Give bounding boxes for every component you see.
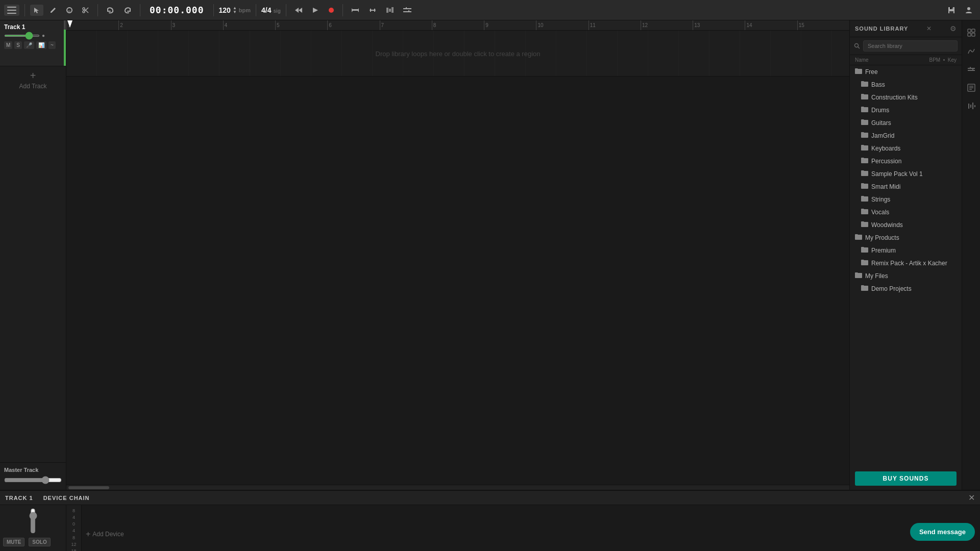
library-item[interactable]: Construction Kits — [850, 91, 962, 104]
add-device-label: Add Device — [92, 531, 124, 538]
library-item[interactable]: Drums — [850, 104, 962, 116]
track-1-eq-btn[interactable]: 📊 — [36, 41, 46, 49]
library-item[interactable]: Free — [850, 65, 962, 78]
library-item-name: Sample Pack Vol 1 — [871, 170, 923, 178]
arrange-scrollbar[interactable] — [66, 485, 849, 490]
menu-button[interactable] — [4, 5, 19, 16]
bottom-close-button[interactable]: ✕ — [968, 493, 975, 503]
scissors-tool-button[interactable] — [79, 5, 92, 16]
library-item[interactable]: Demo Projects — [850, 282, 962, 295]
track-1-level-bar — [64, 20, 66, 66]
svg-rect-35 — [972, 33, 975, 36]
svg-rect-36 — [968, 68, 975, 69]
library-item[interactable]: Guitars — [850, 116, 962, 129]
loop-button[interactable] — [348, 5, 362, 16]
ruler-mark-3: 3 — [171, 20, 223, 31]
track1-mute-button[interactable]: MUTE — [3, 538, 24, 546]
track-1-record-arm-btn[interactable]: 🎤 — [24, 41, 34, 49]
timeline-ruler[interactable]: 123456789101112131415 — [66, 20, 849, 31]
svg-rect-44 — [968, 104, 969, 109]
toolbar: ∞ 00:00.000 120 ▲ ▼ bpm 4/4 — [0, 0, 980, 20]
right-icon-3[interactable] — [963, 61, 979, 78]
separator-2 — [97, 4, 98, 16]
toolbar-right — [944, 4, 976, 16]
quantize-button[interactable] — [383, 5, 397, 16]
library-search — [850, 37, 962, 55]
device-chain-area[interactable]: + Add Device — [82, 505, 980, 551]
library-settings-button[interactable]: ⚙ — [950, 24, 957, 33]
track1-volume-fader[interactable] — [0, 508, 66, 534]
library-item[interactable]: Woodwinds — [850, 218, 962, 231]
undo-button[interactable] — [103, 5, 117, 16]
library-item[interactable]: My Files — [850, 269, 962, 282]
folder-icon — [861, 93, 868, 101]
library-item[interactable]: Sample Pack Vol 1 — [850, 167, 962, 180]
redo-button[interactable] — [120, 5, 135, 16]
library-item-name: Guitars — [871, 119, 891, 127]
sig-value: 4/4 — [261, 6, 271, 14]
svg-rect-19 — [386, 8, 388, 13]
send-message-button[interactable]: Send message — [910, 523, 975, 541]
play-button[interactable] — [309, 5, 322, 16]
master-track-volume[interactable] — [4, 476, 62, 484]
track-1-auto-btn[interactable]: ~ — [48, 41, 56, 49]
rewind-button[interactable] — [291, 5, 306, 16]
loop-tool-button[interactable]: ∞ — [63, 5, 76, 16]
levels-panel: 8 4 0 4 8 12 18 24 — [66, 505, 82, 551]
library-item[interactable]: Vocals — [850, 206, 962, 218]
snap-button[interactable] — [365, 5, 380, 16]
library-item[interactable]: Remix Pack - Artik x Kacher — [850, 257, 962, 269]
cursor-tool-button[interactable] — [30, 5, 43, 16]
add-track-area[interactable]: + Add Track — [0, 66, 66, 94]
folder-icon — [861, 221, 868, 229]
bpm-stepper[interactable]: ▲ ▼ — [233, 6, 237, 14]
track1-solo-button[interactable]: SOLO — [29, 538, 50, 546]
track-1-mute-btn[interactable]: M — [4, 41, 12, 49]
svg-rect-45 — [970, 105, 971, 108]
track-1-volume-slider[interactable] — [4, 35, 40, 37]
scrollbar-thumb[interactable] — [68, 486, 109, 489]
settings-button[interactable] — [400, 5, 414, 16]
folder-icon — [861, 170, 868, 178]
library-item[interactable]: Strings — [850, 193, 962, 206]
right-icon-5[interactable] — [963, 98, 979, 114]
svg-rect-21 — [391, 7, 394, 13]
right-icon-4[interactable] — [963, 80, 979, 96]
track-1-lane[interactable]: Drop library loops here or double click … — [66, 31, 849, 77]
svg-marker-3 — [34, 8, 39, 13]
library-item[interactable]: Percussion — [850, 155, 962, 167]
library-item[interactable]: JamGrid — [850, 129, 962, 142]
library-item-name: My Files — [865, 272, 888, 280]
ruler-mark-2: 2 — [118, 20, 170, 31]
library-item[interactable]: Premium — [850, 244, 962, 257]
folder-icon — [861, 157, 868, 165]
bottom-header: TRACK 1 DEVICE CHAIN ✕ — [0, 491, 980, 505]
library-item[interactable]: Keyboards — [850, 142, 962, 155]
separator-4 — [213, 4, 214, 16]
right-icon-1[interactable] — [963, 24, 979, 41]
library-close-button[interactable]: ✕ — [926, 25, 932, 32]
separator-3 — [140, 4, 140, 16]
folder-icon — [855, 272, 862, 280]
tracks-content[interactable]: Drop library loops here or double click … — [66, 31, 849, 485]
bottom-area: TRACK 1 DEVICE CHAIN ✕ MUTE SOLO 🎤 📊 8 4… — [0, 490, 980, 551]
library-item-name: Keyboards — [871, 145, 900, 152]
right-icon-2[interactable] — [963, 43, 979, 59]
library-item-name: Free — [865, 68, 878, 76]
library-search-input[interactable] — [863, 40, 958, 52]
save-button[interactable] — [944, 4, 959, 16]
pencil-tool-button[interactable] — [46, 5, 60, 16]
library-item[interactable]: My Products — [850, 231, 962, 244]
library-item-name: Bass — [871, 81, 885, 88]
col-bpm-key: BPM • Key — [929, 57, 957, 63]
track-1-solo-btn[interactable]: S — [14, 41, 22, 49]
add-device-button[interactable]: + Add Device — [86, 530, 124, 539]
library-item[interactable]: Bass — [850, 78, 962, 91]
library-item[interactable]: Smart Midi — [850, 180, 962, 193]
buy-sounds-button[interactable]: BUY SOUNDS — [855, 471, 957, 486]
user-button[interactable] — [962, 4, 976, 16]
record-button[interactable] — [325, 5, 337, 15]
time-signature[interactable]: 4/4 sig — [261, 6, 281, 14]
bottom-title: TRACK 1 DEVICE CHAIN — [5, 495, 90, 501]
folder-icon — [855, 234, 862, 241]
